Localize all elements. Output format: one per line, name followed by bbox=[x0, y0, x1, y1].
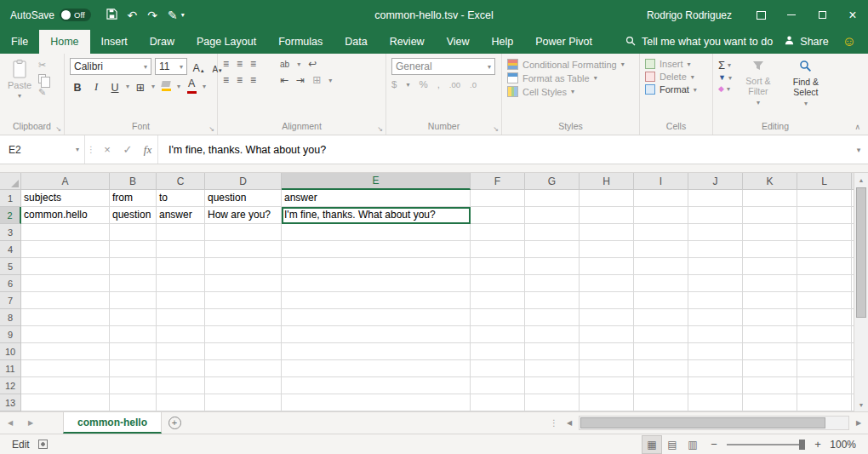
fill-color-dropdown-icon[interactable]: ▾ bbox=[177, 83, 180, 90]
cell-C9[interactable] bbox=[157, 326, 205, 343]
cell-B9[interactable] bbox=[110, 326, 157, 343]
column-header-H[interactable]: H bbox=[580, 173, 634, 190]
cell-J2[interactable] bbox=[688, 207, 743, 224]
cell-H7[interactable] bbox=[580, 292, 634, 309]
zoom-slider-thumb[interactable] bbox=[799, 440, 805, 450]
cell-C3[interactable] bbox=[157, 224, 205, 241]
cell-A1[interactable]: subjects bbox=[21, 190, 110, 207]
sheet-tab-common-hello[interactable]: common-hello bbox=[63, 412, 162, 434]
column-header-F[interactable]: F bbox=[471, 173, 525, 190]
align-center-icon[interactable]: ≡ bbox=[237, 74, 243, 86]
row-header-1[interactable]: 1 bbox=[0, 190, 21, 207]
ribbon-display-options-button[interactable] bbox=[745, 0, 776, 30]
cell-F6[interactable] bbox=[471, 275, 525, 292]
cell-A13[interactable] bbox=[21, 394, 110, 411]
cell-B8[interactable] bbox=[110, 309, 157, 326]
cell-L9[interactable] bbox=[797, 326, 852, 343]
delete-cells-button[interactable]: Delete ▾ bbox=[645, 72, 697, 82]
cell-J8[interactable] bbox=[688, 309, 743, 326]
font-color-dropdown-icon[interactable]: ▾ bbox=[203, 83, 206, 90]
cell-D7[interactable] bbox=[205, 292, 282, 309]
cell-K3[interactable] bbox=[743, 224, 797, 241]
row-header-9[interactable]: 9 bbox=[0, 326, 21, 343]
tab-view[interactable]: View bbox=[436, 30, 481, 54]
cell-A2[interactable]: common.hello bbox=[21, 207, 110, 224]
cell-H6[interactable] bbox=[580, 275, 634, 292]
cell-D10[interactable] bbox=[205, 343, 282, 360]
cell-F10[interactable] bbox=[471, 343, 525, 360]
formula-bar-splitter[interactable]: ⋮ bbox=[85, 135, 97, 164]
tab-scrollbar-splitter[interactable]: ⋮ bbox=[548, 412, 560, 434]
cell-K11[interactable] bbox=[743, 360, 797, 377]
tab-page-layout[interactable]: Page Layout bbox=[186, 30, 267, 54]
row-header-4[interactable]: 4 bbox=[0, 241, 21, 258]
cell-C10[interactable] bbox=[157, 343, 205, 360]
user-name[interactable]: Rodrigo Rodriguez bbox=[647, 9, 732, 21]
cell-E12[interactable] bbox=[282, 377, 471, 394]
font-family-select[interactable]: Calibri ▾ bbox=[70, 58, 151, 75]
cell-I5[interactable] bbox=[634, 258, 688, 275]
row-header-5[interactable]: 5 bbox=[0, 258, 21, 275]
sort-filter-button[interactable]: Sort & Filter ▾ bbox=[737, 58, 779, 120]
cell-F9[interactable] bbox=[471, 326, 525, 343]
tab-draw[interactable]: Draw bbox=[139, 30, 186, 54]
cell-L2[interactable] bbox=[797, 207, 852, 224]
cell-C5[interactable] bbox=[157, 258, 205, 275]
cell-D11[interactable] bbox=[205, 360, 282, 377]
cell-D2[interactable]: How are you? bbox=[205, 207, 282, 224]
increase-indent-icon[interactable]: ⇥ bbox=[296, 74, 305, 86]
tab-data[interactable]: Data bbox=[334, 30, 378, 54]
merge-center-icon[interactable]: ⊞ bbox=[312, 74, 321, 86]
vertical-scrollbar-thumb[interactable] bbox=[856, 187, 866, 318]
cell-B5[interactable] bbox=[110, 258, 157, 275]
cell-L11[interactable] bbox=[797, 360, 852, 377]
row-header-6[interactable]: 6 bbox=[0, 275, 21, 292]
scroll-down-icon[interactable]: ▼ bbox=[854, 398, 868, 411]
cell-J3[interactable] bbox=[688, 224, 743, 241]
cell-K9[interactable] bbox=[743, 326, 797, 343]
cell-C7[interactable] bbox=[157, 292, 205, 309]
cell-C11[interactable] bbox=[157, 360, 205, 377]
cell-K4[interactable] bbox=[743, 241, 797, 258]
cell-L10[interactable] bbox=[797, 343, 852, 360]
formula-input[interactable]: I'm fine, thanks. What about you? bbox=[158, 135, 849, 164]
cell-D4[interactable] bbox=[205, 241, 282, 258]
cell-F12[interactable] bbox=[471, 377, 525, 394]
autosum-button[interactable]: Σ ▾ bbox=[718, 60, 732, 71]
cell-E11[interactable] bbox=[282, 360, 471, 377]
cell-C13[interactable] bbox=[157, 394, 205, 411]
pen-mode-icon[interactable]: ✎ bbox=[168, 9, 178, 21]
cell-F3[interactable] bbox=[471, 224, 525, 241]
italic-button[interactable]: I bbox=[89, 78, 104, 95]
cell-C12[interactable] bbox=[157, 377, 205, 394]
cell-G13[interactable] bbox=[525, 394, 580, 411]
maximize-button[interactable] bbox=[807, 0, 837, 30]
underline-dropdown-icon[interactable]: ▾ bbox=[126, 83, 129, 90]
cell-A6[interactable] bbox=[21, 275, 110, 292]
cell-K2[interactable] bbox=[743, 207, 797, 224]
sheet-nav-right-icon[interactable]: ▶ bbox=[20, 412, 41, 434]
cell-J5[interactable] bbox=[688, 258, 743, 275]
cell-G1[interactable] bbox=[525, 190, 580, 207]
sheet-nav-left-icon[interactable]: ◀ bbox=[0, 412, 20, 434]
cell-L3[interactable] bbox=[797, 224, 852, 241]
accounting-dropdown-icon[interactable]: ▾ bbox=[406, 81, 409, 89]
cell-E5[interactable] bbox=[282, 258, 471, 275]
cell-H8[interactable] bbox=[580, 309, 634, 326]
cell-L6[interactable] bbox=[797, 275, 852, 292]
cell-D13[interactable] bbox=[205, 394, 282, 411]
row-header-11[interactable]: 11 bbox=[0, 360, 21, 377]
cell-F1[interactable] bbox=[471, 190, 525, 207]
page-layout-view-button[interactable]: ▤ bbox=[662, 435, 682, 454]
number-dialog-launcher-icon[interactable]: ↘ bbox=[493, 125, 499, 133]
horizontal-scrollbar-thumb[interactable] bbox=[580, 417, 825, 428]
row-header-2[interactable]: 2 bbox=[0, 207, 21, 224]
alignment-dialog-launcher-icon[interactable]: ↘ bbox=[377, 125, 383, 133]
cell-I6[interactable] bbox=[634, 275, 688, 292]
cell-I3[interactable] bbox=[634, 224, 688, 241]
orientation-icon[interactable]: ab bbox=[280, 60, 289, 69]
cell-E10[interactable] bbox=[282, 343, 471, 360]
column-header-E[interactable]: E bbox=[282, 173, 471, 190]
cell-C6[interactable] bbox=[157, 275, 205, 292]
cell-F13[interactable] bbox=[471, 394, 525, 411]
